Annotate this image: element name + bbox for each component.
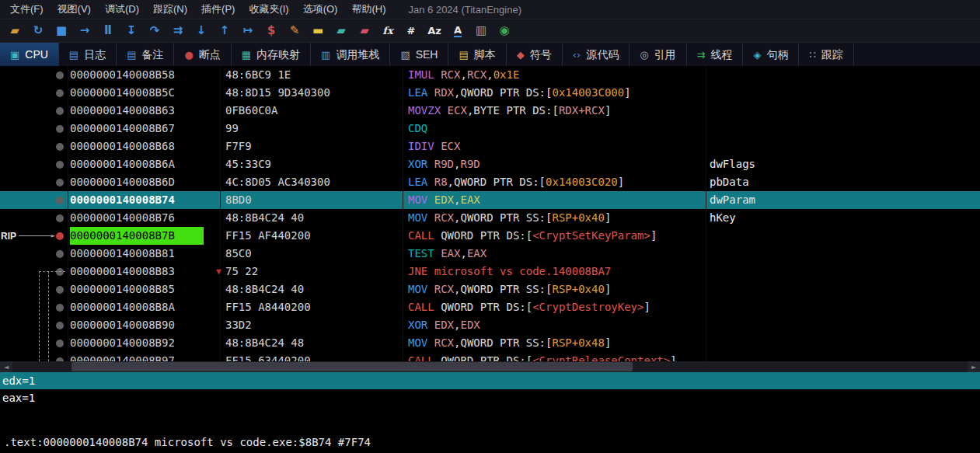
menu-item[interactable]: 收藏夹(I) bbox=[242, 0, 295, 19]
menu-item[interactable]: 文件(F) bbox=[3, 0, 51, 19]
gutter-cell[interactable] bbox=[0, 334, 68, 352]
disasm-row[interactable]: 0000000140008B68F7F9IDIV ECX bbox=[0, 138, 980, 155]
address-cell[interactable]: 0000000140008B7B bbox=[68, 227, 221, 245]
menu-item[interactable]: 视图(V) bbox=[51, 0, 98, 19]
comment-cell[interactable] bbox=[706, 281, 980, 298]
disasm-row[interactable]: 0000000140008B6A45:33C9XOR R9D,R9DdwFlag… bbox=[0, 155, 980, 173]
comment-cell[interactable]: pbData bbox=[706, 173, 980, 191]
bytes-cell[interactable]: F7F9 bbox=[221, 138, 403, 155]
breakpoint-dot[interactable] bbox=[56, 214, 64, 222]
bytes-cell[interactable]: 85C0 bbox=[221, 245, 403, 263]
instruction-cell[interactable]: CDQ bbox=[403, 120, 706, 138]
menu-item[interactable]: 选项(O) bbox=[296, 0, 345, 19]
scrollbar-track[interactable] bbox=[12, 361, 968, 372]
disasm-row[interactable]: 0000000140008B97FF15 63440200CALL QWORD … bbox=[0, 352, 980, 361]
disasm-row[interactable]: 0000000140008B6799CDQ bbox=[0, 120, 980, 138]
pause-button[interactable]: Ⅱ bbox=[96, 21, 120, 41]
instruction-cell[interactable]: TEST EAX,EAX bbox=[403, 245, 706, 263]
tab-symbols[interactable]: ◆符号 bbox=[507, 43, 563, 66]
instruction-cell[interactable]: IMUL RCX,RCX,0x1E bbox=[403, 66, 706, 84]
gutter-cell[interactable] bbox=[0, 84, 68, 102]
tab-notes[interactable]: ▤备注 bbox=[117, 43, 174, 66]
instruction-cell[interactable]: XOR EDX,EDX bbox=[403, 316, 706, 334]
comment-cell[interactable] bbox=[706, 298, 980, 316]
comment-cell[interactable] bbox=[706, 102, 980, 120]
disasm-row[interactable]: 0000000140008B8AFF15 A8440200CALL QWORD … bbox=[0, 298, 980, 316]
online-button[interactable]: ◉ bbox=[493, 21, 516, 41]
hash-button[interactable]: # bbox=[399, 21, 423, 41]
breakpoint-dot[interactable] bbox=[56, 250, 64, 258]
comment-cell[interactable] bbox=[706, 84, 980, 102]
breakpoint-dot[interactable] bbox=[56, 232, 64, 240]
highlight-mode-button[interactable]: ▬ bbox=[306, 21, 330, 41]
bytes-cell[interactable]: 99 bbox=[221, 120, 403, 138]
address-cell[interactable]: 0000000140008B74 bbox=[68, 191, 221, 209]
tab-threads[interactable]: ⇉线程 bbox=[687, 43, 744, 66]
gutter-cell[interactable] bbox=[0, 102, 68, 120]
instruction-cell[interactable]: IDIV ECX bbox=[403, 138, 706, 155]
disasm-row[interactable]: 0000000140008B6D4C:8D05 AC340300LEA R8,Q… bbox=[0, 173, 980, 191]
address-cell[interactable]: 0000000140008B85 bbox=[68, 281, 221, 298]
bytes-cell[interactable]: 8BD0 bbox=[221, 191, 403, 209]
tab-call-stack[interactable]: ▥调用堆栈 bbox=[311, 43, 390, 66]
tab-handles[interactable]: ◈句柄 bbox=[743, 43, 799, 66]
bytes-cell[interactable]: 48:8B4C24 40 bbox=[221, 209, 403, 227]
bytes-cell[interactable]: 4C:8D05 AC340300 bbox=[221, 173, 403, 191]
address-cell[interactable]: 0000000140008B76 bbox=[68, 209, 221, 227]
comment-cell[interactable]: dwParam bbox=[706, 191, 980, 209]
step-over-button[interactable]: ↷ bbox=[143, 21, 166, 41]
breakpoint-dot[interactable] bbox=[56, 125, 64, 133]
gutter-cell[interactable] bbox=[0, 155, 68, 173]
instruction-cell[interactable]: CALL QWORD PTR DS:[<CryptDestroyKey>] bbox=[403, 298, 706, 316]
bytes-cell[interactable]: 45:33C9 bbox=[221, 155, 403, 173]
disasm-row[interactable]: 0000000140008B5C48:8D15 9D340300LEA RDX,… bbox=[0, 84, 980, 102]
bytes-cell[interactable]: FF15 A8440200 bbox=[221, 298, 403, 316]
comment-cell[interactable]: hKey bbox=[706, 209, 980, 227]
comment-cell[interactable]: dwFlags bbox=[706, 155, 980, 173]
breakpoint-dot[interactable] bbox=[56, 197, 64, 204]
disasm-row[interactable]: 0000000140008B9033D2XOR EDX,EDX bbox=[0, 316, 980, 334]
fill-button[interactable]: ▰ bbox=[330, 21, 353, 41]
gutter-cell[interactable] bbox=[0, 173, 68, 191]
bytes-cell[interactable]: FF15 63440200 bbox=[221, 352, 403, 361]
gutter-cell[interactable] bbox=[0, 316, 68, 334]
address-cell[interactable]: 0000000140008B5C bbox=[68, 84, 221, 102]
comment-cell[interactable] bbox=[706, 66, 980, 84]
address-cell[interactable]: 0000000140008B90 bbox=[68, 316, 221, 334]
comment-cell[interactable] bbox=[706, 227, 980, 245]
gutter-cell[interactable]: RIP► bbox=[0, 227, 68, 245]
address-cell[interactable]: 0000000140008B83 bbox=[68, 263, 221, 281]
comment-cell[interactable] bbox=[706, 120, 980, 138]
breakpoint-dot[interactable] bbox=[56, 143, 64, 151]
disasm-row[interactable]: 0000000140008B748BD0MOV EDX,EAXdwParam bbox=[0, 191, 980, 209]
stop-button[interactable]: ■ bbox=[50, 21, 73, 41]
breakpoint-dot[interactable] bbox=[56, 179, 64, 186]
gutter-cell[interactable] bbox=[0, 281, 68, 298]
tab-breakpoints[interactable]: ●断点 bbox=[174, 43, 231, 66]
disasm-row[interactable]: 0000000140008B7648:8B4C24 40MOV RCX,QWOR… bbox=[0, 209, 980, 227]
scroll-left-button[interactable]: ◄ bbox=[0, 361, 12, 372]
gutter-cell[interactable] bbox=[0, 120, 68, 138]
comment-cell[interactable] bbox=[706, 245, 980, 263]
instruction-cell[interactable]: CALL QWORD PTR DS:[<CryptReleaseContext>… bbox=[403, 352, 706, 361]
breakpoint-dot[interactable] bbox=[56, 304, 64, 312]
address-cell[interactable]: 0000000140008B68 bbox=[68, 138, 221, 155]
tab-trace[interactable]: ∷跟踪 bbox=[799, 43, 853, 66]
tab-cpu[interactable]: ▣CPU bbox=[0, 43, 59, 66]
bytes-cell[interactable]: 33D2 bbox=[221, 316, 403, 334]
comment-cell[interactable] bbox=[706, 334, 980, 352]
address-cell[interactable]: 0000000140008B58 bbox=[68, 66, 221, 84]
breakpoint-dot[interactable] bbox=[56, 340, 64, 347]
disasm-row[interactable]: RIP►0000000140008B7BFF15 AF440200CALL QW… bbox=[0, 227, 980, 245]
tab-script[interactable]: ▤脚本 bbox=[448, 43, 506, 66]
bytes-cell[interactable]: 0FB60C0A bbox=[221, 102, 403, 120]
disasm-row[interactable]: 0000000140008B630FB60C0AMOVZX ECX,BYTE P… bbox=[0, 102, 980, 120]
expression-button[interactable]: fx bbox=[376, 21, 399, 41]
tab-source[interactable]: ‹›源代码 bbox=[563, 43, 630, 66]
trace-over-button[interactable]: ↦ bbox=[236, 21, 260, 41]
instruction-cell[interactable]: CALL QWORD PTR DS:[<CryptSetKeyParam>] bbox=[403, 227, 706, 245]
address-cell[interactable]: 0000000140008B6D bbox=[68, 173, 221, 191]
bytes-cell[interactable]: 48:8D15 9D340300 bbox=[221, 84, 403, 102]
breakpoint-dot[interactable] bbox=[56, 89, 64, 97]
breakpoint-dot[interactable] bbox=[56, 286, 64, 294]
